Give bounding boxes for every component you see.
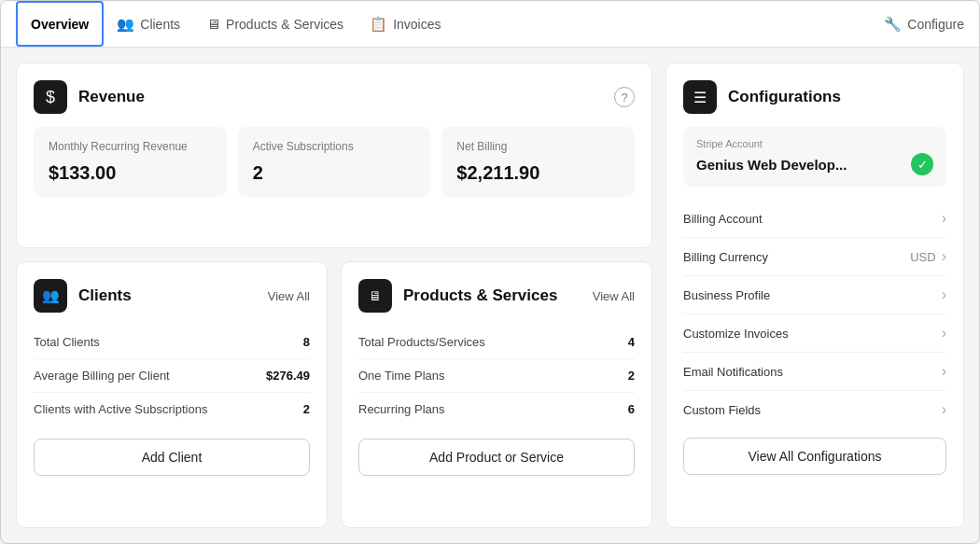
customize-invoices-chevron: › xyxy=(942,325,946,342)
email-notifications-chevron: › xyxy=(942,363,946,380)
mrr-label: Monthly Recurring Revenue xyxy=(49,140,212,155)
revenue-title: Revenue xyxy=(78,88,145,106)
customize-invoices-row[interactable]: Customize Invoices › xyxy=(683,314,946,353)
subscriptions-value: 2 xyxy=(253,162,416,184)
clients-card-header: 👥 Clients View All xyxy=(34,279,310,313)
nav-bar: Overview 👥 Clients 🖥 Products & Services… xyxy=(1,1,979,48)
products-stats: Total Products/Services 4 One Time Plans… xyxy=(358,326,635,425)
email-notifications-row[interactable]: Email Notifications › xyxy=(683,353,946,391)
subscriptions-label: Active Subscriptions xyxy=(253,140,416,155)
app-container: Overview 👥 Clients 🖥 Products & Services… xyxy=(0,0,980,544)
avg-billing-row: Average Billing per Client $276.49 xyxy=(34,359,310,393)
stripe-box: Stripe Account Genius Web Develop... ✓ xyxy=(683,127,946,187)
products-title: Products & Services xyxy=(403,286,557,305)
clients-card: 👥 Clients View All Total Clients 8 Avera… xyxy=(16,261,328,528)
config-title: Configurations xyxy=(728,88,841,106)
invoices-icon: 📋 xyxy=(370,16,387,33)
clients-tab-label: Clients xyxy=(140,17,180,32)
invoices-tab-label: Invoices xyxy=(393,17,441,32)
stripe-name-row: Genius Web Develop... ✓ xyxy=(696,153,933,175)
clients-stats: Total Clients 8 Average Billing per Clie… xyxy=(34,326,310,425)
customize-invoices-label: Customize Invoices xyxy=(683,327,789,341)
clients-title: Clients xyxy=(78,286,132,305)
revenue-card: $ Revenue ? Monthly Recurring Revenue $1… xyxy=(16,63,652,248)
one-time-plans-row: One Time Plans 2 xyxy=(358,359,635,393)
recurring-plans-label: Recurring Plans xyxy=(358,402,445,416)
metric-mrr: Monthly Recurring Revenue $133.00 xyxy=(34,127,227,197)
tab-overview[interactable]: Overview xyxy=(16,1,104,47)
metrics-row: Monthly Recurring Revenue $133.00 Active… xyxy=(34,127,635,197)
one-time-plans-value: 2 xyxy=(628,369,635,383)
total-products-row: Total Products/Services 4 xyxy=(358,326,635,359)
tab-products[interactable]: 🖥 Products & Services xyxy=(193,1,357,47)
clients-card-icon: 👥 xyxy=(34,279,67,313)
business-profile-chevron: › xyxy=(942,286,946,303)
business-profile-row[interactable]: Business Profile › xyxy=(683,276,946,314)
mrr-value: $133.00 xyxy=(49,162,212,184)
metric-net-billing: Net Billing $2,211.90 xyxy=(441,127,635,197)
revenue-card-header: $ Revenue ? xyxy=(34,80,635,114)
custom-fields-label: Custom Fields xyxy=(683,403,761,417)
billing-account-label: Billing Account xyxy=(683,212,763,226)
add-client-button[interactable]: Add Client xyxy=(34,439,310,476)
active-subs-label: Clients with Active Subscriptions xyxy=(34,402,207,416)
clients-view-all[interactable]: View All xyxy=(268,289,310,303)
metric-subscriptions: Active Subscriptions 2 xyxy=(238,127,431,197)
avg-billing-label: Average Billing per Client xyxy=(34,369,170,383)
main-content: $ Revenue ? Monthly Recurring Revenue $1… xyxy=(1,48,979,543)
net-billing-label: Net Billing xyxy=(456,140,620,155)
view-all-configurations-button[interactable]: View All Configurations xyxy=(683,438,946,475)
add-product-button[interactable]: Add Product or Service xyxy=(358,439,635,476)
total-clients-row: Total Clients 8 xyxy=(34,326,310,359)
recurring-plans-value: 6 xyxy=(628,402,635,416)
email-notifications-label: Email Notifications xyxy=(683,365,783,379)
billing-currency-value-row: USD › xyxy=(910,248,946,265)
total-products-value: 4 xyxy=(628,335,635,349)
products-view-all[interactable]: View All xyxy=(593,289,635,303)
custom-fields-row[interactable]: Custom Fields › xyxy=(683,391,946,428)
stripe-label: Stripe Account xyxy=(696,138,933,149)
active-subs-value: 2 xyxy=(303,402,310,416)
tab-invoices[interactable]: 📋 Invoices xyxy=(357,1,454,47)
configure-button[interactable]: 🔧 Configure xyxy=(884,16,964,33)
revenue-icon: $ xyxy=(34,80,67,114)
products-card: 🖥 Products & Services View All Total Pro… xyxy=(341,261,652,528)
total-clients-label: Total Clients xyxy=(34,335,100,349)
active-subs-row: Clients with Active Subscriptions 2 xyxy=(34,393,310,425)
billing-account-row[interactable]: Billing Account › xyxy=(683,200,946,238)
billing-currency-label: Billing Currency xyxy=(683,250,768,264)
clients-icon: 👥 xyxy=(117,16,134,33)
billing-currency-row[interactable]: Billing Currency USD › xyxy=(683,238,946,276)
billing-account-chevron: › xyxy=(942,210,946,227)
total-products-label: Total Products/Services xyxy=(358,335,485,349)
config-card-header: ☰ Configurations xyxy=(683,80,946,114)
products-icon: 🖥 xyxy=(206,16,220,32)
stripe-name: Genius Web Develop... xyxy=(696,157,847,173)
configurations-card: ☰ Configurations Stripe Account Genius W… xyxy=(665,63,964,528)
net-billing-value: $2,211.90 xyxy=(456,162,620,184)
help-icon[interactable]: ? xyxy=(614,87,635,107)
custom-fields-chevron: › xyxy=(942,401,946,418)
products-card-icon: 🖥 xyxy=(358,279,392,313)
wrench-icon: 🔧 xyxy=(884,16,902,33)
products-card-header: 🖥 Products & Services View All xyxy=(358,279,635,313)
config-icon: ☰ xyxy=(683,80,717,114)
configure-label: Configure xyxy=(907,17,964,32)
billing-currency-value: USD xyxy=(910,250,935,264)
business-profile-label: Business Profile xyxy=(683,288,770,302)
products-tab-label: Products & Services xyxy=(226,17,343,32)
avg-billing-value: $276.49 xyxy=(266,369,310,383)
overview-tab-label: Overview xyxy=(31,17,89,32)
stripe-check-icon: ✓ xyxy=(911,153,933,175)
config-rows: Billing Account › Billing Currency USD ›… xyxy=(683,200,946,428)
total-clients-value: 8 xyxy=(303,335,310,349)
recurring-plans-row: Recurring Plans 6 xyxy=(358,393,635,425)
one-time-plans-label: One Time Plans xyxy=(358,369,445,383)
tab-clients[interactable]: 👥 Clients xyxy=(104,1,193,47)
